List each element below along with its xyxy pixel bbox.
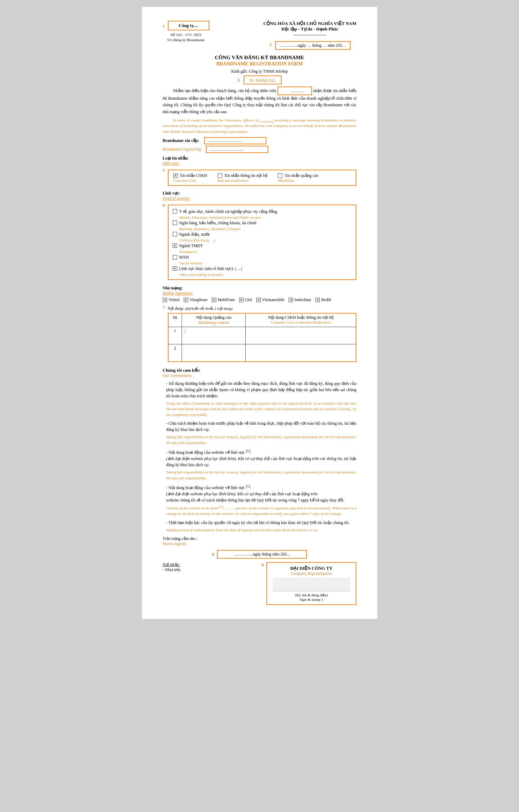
commitment-item-2-en: Taking full responsibility to the law fo… — [166, 434, 356, 445]
so-line: Số 123…/CV- 2023 — [171, 33, 201, 37]
dai-dien-title-vn: ĐẠI DIỆN CÔNG TY — [273, 566, 350, 571]
to-infobip-box: To: Infobip Ltd., — [244, 75, 282, 84]
republic-title-line1: CỘNG HÒA XÃ HỘI CHỦ NGHĨA VIỆT NAM — [263, 21, 356, 26]
col-cskh-en: Customer Care or Internal Notification — [248, 320, 353, 324]
op-vinaphone: Vinaphone — [184, 297, 208, 303]
linh-vuc-label-vn: Lĩnh vực: — [163, 191, 356, 196]
brandname-label-en: Brandname registering — [163, 147, 201, 152]
checkbox-internal[interactable] — [218, 173, 222, 178]
company-box[interactable]: Công ty.... — [168, 21, 209, 30]
col-cskh-vn: Nội dung CSKH hoặc thông tin nội bộ — [248, 315, 353, 320]
op-indochina-label: Indochina — [294, 297, 311, 303]
body-input-vn[interactable]: ………. — [277, 87, 312, 95]
col-marketing-en: Marketing content — [185, 320, 243, 325]
step3-number-to: 3 — [237, 78, 240, 83]
activity-others-vn: Lĩnh vực khác (nêu rõ lĩnh vực): |….| — [179, 266, 242, 271]
activity-utilities: Ngành điện, nước — [173, 232, 352, 237]
checkbox-utilities[interactable] — [173, 232, 177, 236]
date-box[interactable]: …………..ngày … tháng … năm 202… — [275, 41, 350, 50]
step5-number: 5 — [163, 168, 165, 173]
checkbox-vinaphone[interactable] — [184, 298, 188, 302]
activity-utilities-vn: Ngành điện, nước — [179, 232, 210, 237]
op-viettel: Viettel — [163, 297, 180, 303]
representative-section: Nơi nhận: - Như trên 9 ĐẠI DIỆN CÔNG TY … — [163, 562, 356, 605]
activity-mxh-en: Social network — [180, 261, 352, 265]
checkbox-indochina[interactable] — [289, 298, 293, 302]
sms-type-marketing: Tin nhắn quảng cáo Marketing — [278, 173, 318, 182]
op-reddi: Reddi — [315, 297, 331, 303]
commitment-item-5-en: Validity period of authorization: from t… — [166, 527, 356, 533]
republic-title-line2: Độc lập - Tự do - Hạnh Phúc — [263, 26, 356, 32]
commitment-item-4-vn: - Nội dung hoạt động của website về lĩnh… — [166, 484, 356, 503]
linh-vuc-label-en: Field of activity: — [163, 196, 356, 201]
row2-marketing[interactable] — [182, 344, 246, 362]
activity-utilities-en: Utilities (Electricity …) — [180, 238, 352, 242]
sms-internal-label-vn: Tin nhắn thông tin nội bộ — [224, 173, 268, 178]
checkbox-health[interactable] — [173, 209, 177, 214]
sms-cskh-label-en: Customer Care — [173, 178, 197, 182]
activity-ecommerce-vn: Ngành TMĐT — [179, 243, 203, 249]
checkbox-reddi[interactable] — [315, 298, 320, 302]
commitment-item-3-vn: - Nội dung hoạt động của website về lĩnh… — [166, 448, 356, 468]
dashed-line: ------------------------ — [263, 33, 356, 38]
op-vietnamobile: Vietnamobile — [256, 297, 285, 303]
checkbox-mobifone[interactable] — [212, 298, 216, 302]
table-row: 1 | — [168, 327, 356, 344]
sign-date-box[interactable]: …………..ngày tháng năm 202... — [217, 550, 307, 559]
step8-number: 8 — [212, 552, 215, 557]
checkbox-viettel[interactable] — [163, 298, 167, 302]
commitment-item-1-en: Using the above brandname to send messag… — [166, 400, 356, 418]
row2-stt: 2 — [168, 344, 182, 362]
commitment-item-5-vn: - Thời hạn hiệu lực của ủy quyền: từ ngà… — [166, 520, 356, 526]
cursor-icon: | — [185, 328, 185, 333]
brandname-input-en[interactable]: ……………………. — [206, 146, 268, 153]
not-nhan-section: Nơi nhận: - Như trên — [163, 562, 180, 572]
checkbox-others[interactable] — [173, 266, 177, 271]
sms-cskh-label-vn: Tin nhắn CSKH — [180, 173, 207, 178]
row1-marketing[interactable]: | — [182, 327, 246, 344]
nha-mang-label-en: Mobile Operators — [163, 291, 356, 296]
dai-dien-box: ĐẠI DIỆN CÔNG TY Company Representative … — [266, 562, 356, 605]
checkbox-banking[interactable] — [173, 220, 177, 225]
brandname-input-vn[interactable]: ……………………. — [204, 137, 266, 144]
sms-type-label-vn: Loại tin nhắn: — [163, 156, 356, 161]
body-text-en: In order to create conditions for Custom… — [163, 117, 356, 135]
dai-dien-title-en: Company Representative — [273, 571, 350, 576]
activity-banking-en: Banking, Insurance, Securities, Finance — [180, 227, 352, 231]
main-title-vn: CÔNG VĂN ĐĂNG KÝ BRANDNAME — [163, 55, 356, 61]
step2-number: 2 — [269, 42, 272, 47]
brandname-field-en: Brandname registering ……………………. — [163, 146, 356, 153]
checkbox-cskh[interactable] — [173, 173, 178, 178]
body-text-vn: Nhằm tạo điều kiện cho khách hàng, cán b… — [163, 87, 356, 115]
noi-dung-note-text: (dự kiến tối thiểu 2 nội dung) — [185, 306, 233, 310]
commitment-section: Chúng tôi cam kết: Our commitment: - Sử … — [163, 368, 356, 533]
left-header: 1 Công ty.... Số 123…/CV- 2023 V/v Đăng … — [163, 21, 209, 42]
step1-number: 1 — [163, 24, 165, 29]
nha-mang-label-vn: Nhà mạng: — [163, 286, 356, 291]
checkbox-ecommerce[interactable] — [173, 243, 177, 248]
checkbox-vietnamobile[interactable] — [256, 298, 261, 302]
row1-cskh[interactable] — [246, 327, 356, 344]
row2-cskh[interactable] — [246, 344, 356, 362]
warm-regards-en: Warm regards. — [163, 541, 356, 547]
field-of-activity-box: Y tế, giáo dục, hành chính sự nghiệp phụ… — [168, 205, 357, 280]
activity-others: Lĩnh vực khác (nêu rõ lĩnh vực): |….| — [173, 266, 352, 271]
op-mobifone: MobiFone — [212, 297, 235, 303]
checkbox-gtel[interactable] — [239, 298, 244, 302]
to-line-en: To: Infobip Ltd., — [249, 78, 276, 83]
checkbox-mxh[interactable] — [173, 255, 177, 260]
activity-ecommerce: Ngành TMĐT — [173, 243, 352, 249]
content-table: Stt Nội dung Quảng cáo Marketing content… — [168, 313, 357, 362]
sms-marketing-label-vn: Tin nhắn quảng cáo — [284, 173, 318, 178]
op-vietnamobile-label: Vietnamobile — [262, 297, 285, 303]
document-page: 1 Công ty.... Số 123…/CV- 2023 V/v Đăng … — [142, 7, 377, 619]
op-viettel-label: Viettel — [169, 297, 180, 303]
header-section: 1 Công ty.... Số 123…/CV- 2023 V/v Đăng … — [163, 21, 356, 50]
sms-marketing-label-en: Marketing — [278, 178, 294, 182]
checkbox-marketing[interactable] — [278, 173, 282, 178]
commitment-title-vn: Chúng tôi cam kết: — [163, 368, 200, 373]
sms-type-label-en: SMS type: — [163, 161, 356, 166]
brandname-field-vn: Brandname xin cấp: ……………………. — [163, 137, 356, 144]
commitment-title-en: Our commitment: — [163, 373, 356, 378]
col-marketing-header: Nội dung Quảng cáo Marketing content — [182, 313, 246, 327]
